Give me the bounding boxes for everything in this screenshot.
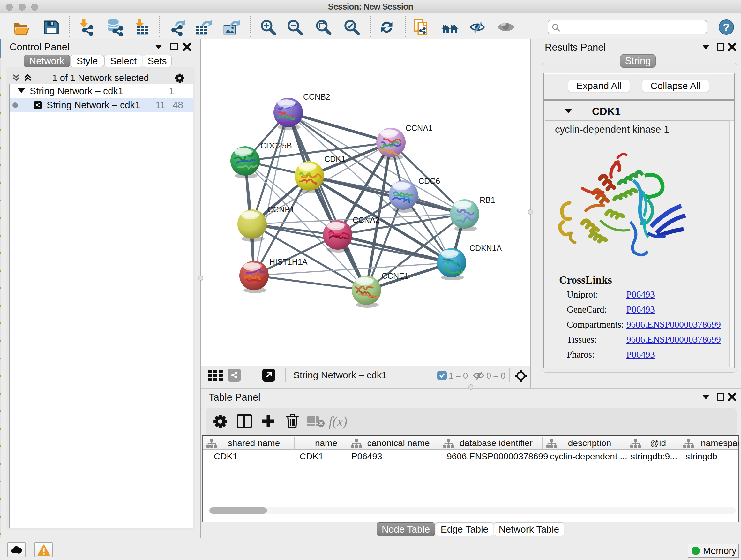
svg-text:CDC25B: CDC25B (260, 141, 292, 150)
svg-text:CCNB1: CCNB1 (267, 205, 294, 214)
svg-text:CCNE1: CCNE1 (382, 271, 409, 280)
svg-text:CDC6: CDC6 (418, 177, 440, 186)
svg-text:RB1: RB1 (480, 195, 495, 204)
svg-text:CCNB2: CCNB2 (303, 92, 330, 101)
svg-text:CCNA1: CCNA1 (406, 124, 433, 132)
svg-text:CCNA2: CCNA2 (353, 215, 380, 225)
svg-text:HIST1H1A: HIST1H1A (269, 257, 308, 266)
svg-text:CDK1: CDK1 (324, 154, 346, 164)
svg-text:CDKN1A: CDKN1A (469, 244, 502, 253)
